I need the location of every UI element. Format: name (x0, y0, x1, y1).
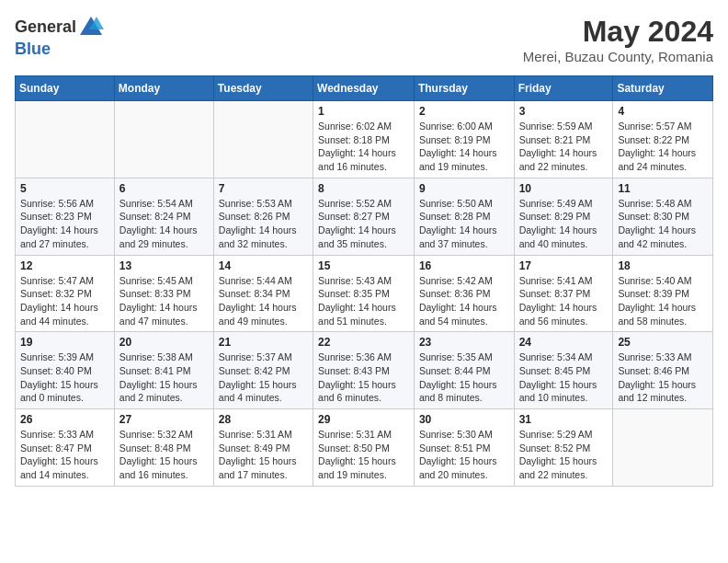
calendar-cell: 14Sunrise: 5:44 AMSunset: 8:34 PMDayligh… (213, 255, 313, 332)
day-info: Sunrise: 5:30 AMSunset: 8:51 PMDaylight:… (419, 428, 509, 482)
calendar-cell: 29Sunrise: 5:31 AMSunset: 8:50 PMDayligh… (313, 409, 415, 487)
calendar-cell: 2Sunrise: 6:00 AMSunset: 8:19 PMDaylight… (414, 101, 514, 178)
calendar-cell: 22Sunrise: 5:36 AMSunset: 8:43 PMDayligh… (313, 332, 415, 409)
day-number: 30 (419, 413, 509, 426)
calendar-cell: 9Sunrise: 5:50 AMSunset: 8:28 PMDaylight… (414, 178, 514, 255)
calendar-cell: 25Sunrise: 5:33 AMSunset: 8:46 PMDayligh… (613, 332, 713, 409)
location-title: Merei, Buzau County, Romania (523, 49, 713, 64)
calendar-cell (114, 101, 213, 178)
calendar-cell: 17Sunrise: 5:41 AMSunset: 8:37 PMDayligh… (514, 255, 613, 332)
calendar-cell: 16Sunrise: 5:42 AMSunset: 8:36 PMDayligh… (414, 255, 514, 332)
day-number: 10 (519, 182, 609, 195)
day-info: Sunrise: 5:44 AMSunset: 8:34 PMDaylight:… (219, 274, 308, 328)
day-number: 29 (318, 413, 409, 426)
calendar-cell (213, 101, 313, 178)
day-info: Sunrise: 5:29 AMSunset: 8:52 PMDaylight:… (519, 428, 609, 482)
day-number: 11 (618, 182, 708, 195)
calendar-cell (613, 409, 713, 487)
day-number: 20 (119, 336, 209, 349)
day-info: Sunrise: 5:36 AMSunset: 8:43 PMDaylight:… (318, 350, 409, 405)
day-info: Sunrise: 5:34 AMSunset: 8:45 PMDaylight:… (519, 350, 609, 405)
day-info: Sunrise: 5:48 AMSunset: 8:30 PMDaylight:… (618, 197, 708, 251)
day-info: Sunrise: 5:31 AMSunset: 8:50 PMDaylight:… (318, 428, 409, 482)
day-number: 2 (419, 105, 509, 118)
day-info: Sunrise: 5:39 AMSunset: 8:40 PMDaylight:… (20, 350, 109, 405)
day-info: Sunrise: 5:35 AMSunset: 8:44 PMDaylight:… (419, 350, 509, 405)
day-info: Sunrise: 5:41 AMSunset: 8:37 PMDaylight:… (519, 274, 609, 328)
calendar-cell: 28Sunrise: 5:31 AMSunset: 8:49 PMDayligh… (213, 409, 313, 487)
day-number: 24 (519, 336, 609, 349)
day-number: 21 (219, 336, 308, 349)
weekday-header-cell: Friday (514, 76, 613, 101)
day-number: 5 (20, 182, 109, 195)
day-info: Sunrise: 5:43 AMSunset: 8:35 PMDaylight:… (318, 274, 409, 328)
logo-blue: Blue (15, 40, 104, 59)
weekday-header-cell: Wednesday (313, 76, 415, 101)
calendar-week-row: 1Sunrise: 6:02 AMSunset: 8:18 PMDaylight… (16, 101, 713, 178)
calendar-cell: 5Sunrise: 5:56 AMSunset: 8:23 PMDaylight… (16, 178, 115, 255)
calendar-cell: 20Sunrise: 5:38 AMSunset: 8:41 PMDayligh… (114, 332, 213, 409)
logo: General Blue (15, 15, 104, 59)
day-info: Sunrise: 6:00 AMSunset: 8:19 PMDaylight:… (419, 120, 509, 174)
calendar: SundayMondayTuesdayWednesdayThursdayFrid… (15, 75, 713, 487)
day-info: Sunrise: 5:45 AMSunset: 8:33 PMDaylight:… (119, 274, 209, 328)
calendar-cell: 1Sunrise: 6:02 AMSunset: 8:18 PMDaylight… (313, 101, 415, 178)
day-number: 15 (318, 259, 409, 272)
calendar-body: 1Sunrise: 6:02 AMSunset: 8:18 PMDaylight… (16, 101, 713, 487)
day-number: 8 (318, 182, 409, 195)
calendar-cell: 3Sunrise: 5:59 AMSunset: 8:21 PMDaylight… (514, 101, 613, 178)
day-number: 31 (519, 413, 609, 426)
calendar-cell: 24Sunrise: 5:34 AMSunset: 8:45 PMDayligh… (514, 332, 613, 409)
day-info: Sunrise: 5:33 AMSunset: 8:46 PMDaylight:… (618, 350, 708, 405)
day-info: Sunrise: 5:56 AMSunset: 8:23 PMDaylight:… (20, 197, 109, 251)
day-info: Sunrise: 5:42 AMSunset: 8:36 PMDaylight:… (419, 274, 509, 328)
day-number: 14 (219, 259, 308, 272)
weekday-header-row: SundayMondayTuesdayWednesdayThursdayFrid… (16, 76, 713, 101)
calendar-week-row: 12Sunrise: 5:47 AMSunset: 8:32 PMDayligh… (16, 255, 713, 332)
calendar-cell (16, 101, 115, 178)
calendar-cell: 30Sunrise: 5:30 AMSunset: 8:51 PMDayligh… (414, 409, 514, 487)
day-info: Sunrise: 5:38 AMSunset: 8:41 PMDaylight:… (119, 350, 209, 405)
calendar-cell: 10Sunrise: 5:49 AMSunset: 8:29 PMDayligh… (514, 178, 613, 255)
calendar-cell: 19Sunrise: 5:39 AMSunset: 8:40 PMDayligh… (16, 332, 115, 409)
calendar-cell: 15Sunrise: 5:43 AMSunset: 8:35 PMDayligh… (313, 255, 415, 332)
day-info: Sunrise: 5:47 AMSunset: 8:32 PMDaylight:… (20, 274, 109, 328)
page-header: General Blue May 2024 Merei, Buzau Count… (15, 15, 713, 64)
calendar-cell: 6Sunrise: 5:54 AMSunset: 8:24 PMDaylight… (114, 178, 213, 255)
weekday-header-cell: Saturday (613, 76, 713, 101)
calendar-cell: 23Sunrise: 5:35 AMSunset: 8:44 PMDayligh… (414, 332, 514, 409)
day-info: Sunrise: 5:50 AMSunset: 8:28 PMDaylight:… (419, 197, 509, 251)
calendar-cell: 7Sunrise: 5:53 AMSunset: 8:26 PMDaylight… (213, 178, 313, 255)
day-number: 6 (119, 182, 209, 195)
day-number: 27 (119, 413, 209, 426)
day-info: Sunrise: 5:57 AMSunset: 8:22 PMDaylight:… (618, 120, 708, 174)
calendar-cell: 4Sunrise: 5:57 AMSunset: 8:22 PMDaylight… (613, 101, 713, 178)
calendar-cell: 31Sunrise: 5:29 AMSunset: 8:52 PMDayligh… (514, 409, 613, 487)
weekday-header-cell: Sunday (16, 76, 115, 101)
day-number: 17 (519, 259, 609, 272)
day-info: Sunrise: 5:53 AMSunset: 8:26 PMDaylight:… (219, 197, 308, 251)
title-block: May 2024 Merei, Buzau County, Romania (523, 15, 713, 64)
logo-general: General (15, 18, 76, 37)
calendar-week-row: 26Sunrise: 5:33 AMSunset: 8:47 PMDayligh… (16, 409, 713, 487)
day-info: Sunrise: 5:33 AMSunset: 8:47 PMDaylight:… (20, 428, 109, 482)
day-info: Sunrise: 5:31 AMSunset: 8:49 PMDaylight:… (219, 428, 308, 482)
calendar-cell: 26Sunrise: 5:33 AMSunset: 8:47 PMDayligh… (16, 409, 115, 487)
day-number: 16 (419, 259, 509, 272)
day-number: 7 (219, 182, 308, 195)
calendar-week-row: 5Sunrise: 5:56 AMSunset: 8:23 PMDaylight… (16, 178, 713, 255)
day-number: 12 (20, 259, 109, 272)
calendar-week-row: 19Sunrise: 5:39 AMSunset: 8:40 PMDayligh… (16, 332, 713, 409)
logo-icon (78, 15, 104, 40)
day-number: 4 (618, 105, 708, 118)
calendar-cell: 12Sunrise: 5:47 AMSunset: 8:32 PMDayligh… (16, 255, 115, 332)
day-number: 25 (618, 336, 708, 349)
calendar-cell: 11Sunrise: 5:48 AMSunset: 8:30 PMDayligh… (613, 178, 713, 255)
day-number: 19 (20, 336, 109, 349)
day-info: Sunrise: 6:02 AMSunset: 8:18 PMDaylight:… (318, 120, 409, 174)
day-number: 26 (20, 413, 109, 426)
calendar-cell: 27Sunrise: 5:32 AMSunset: 8:48 PMDayligh… (114, 409, 213, 487)
day-number: 13 (119, 259, 209, 272)
day-info: Sunrise: 5:59 AMSunset: 8:21 PMDaylight:… (519, 120, 609, 174)
day-info: Sunrise: 5:37 AMSunset: 8:42 PMDaylight:… (219, 350, 308, 405)
